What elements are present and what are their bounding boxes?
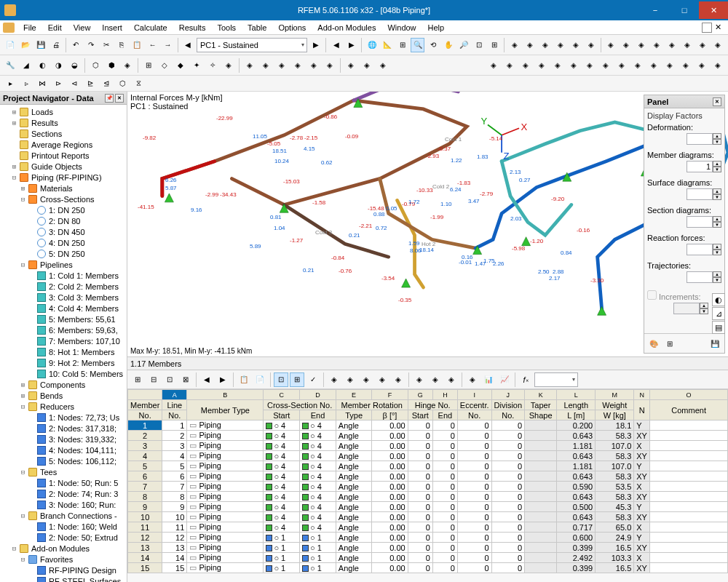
tree-node[interactable]: 3: DN 450 (1, 226, 125, 237)
factor-input[interactable] (687, 244, 713, 255)
menu-tools[interactable]: Tools (211, 22, 242, 33)
tree-node[interactable]: 1: Node: 50; Run: 5 (1, 477, 125, 488)
tb3-8[interactable]: ⬡ (115, 76, 130, 91)
menu-table[interactable]: Table (242, 22, 272, 33)
spinner-up[interactable]: ▲ (713, 271, 721, 277)
tb-b17[interactable]: ◈ (584, 38, 598, 52)
tb2-13[interactable]: ✧ (205, 58, 220, 73)
table-row[interactable]: 5 5 ▭ Piping ○ 4 ○ 4 Angle 0.00 0 0 0 0 … (128, 461, 728, 471)
tb2-6[interactable]: ⬡ (88, 58, 103, 73)
tree-node[interactable]: 4: Cold 4: Members (1, 303, 125, 314)
tb-b19[interactable]: ◈ (620, 38, 633, 52)
tb-print[interactable]: 🖨 (49, 38, 63, 52)
tb2-14[interactable]: ◈ (221, 58, 236, 73)
tt-17[interactable]: ◈ (412, 372, 427, 387)
loadcase-combo[interactable]: PC1 - Sustained (197, 38, 307, 52)
tb-b16[interactable]: ◈ (569, 38, 582, 52)
tree-node[interactable]: 10: Cold 5: Members (1, 368, 125, 379)
tb-b24[interactable]: ◈ (696, 38, 710, 52)
menu-addons[interactable]: Add-on Modules (312, 22, 381, 33)
table-row[interactable]: 2 2 ▭ Piping ○ 4 ○ 4 Angle 0.00 0 0 0 0 … (128, 431, 728, 441)
tb2-15[interactable]: ◈ (242, 58, 257, 73)
tb-cut[interactable]: ✂ (100, 38, 114, 52)
panel-btn-2[interactable]: ⊞ (662, 336, 677, 351)
spinner-up[interactable]: ▲ (713, 133, 721, 139)
menu-insert[interactable]: Insert (96, 22, 128, 33)
tree-node[interactable]: ⊟Favorites (1, 554, 125, 565)
tt-4[interactable]: ⊠ (178, 372, 193, 387)
tb3-5[interactable]: ⊲ (67, 76, 82, 91)
factor-input[interactable] (687, 271, 713, 283)
spinner-down[interactable]: ▼ (713, 194, 721, 200)
spinner-up[interactable]: ▲ (713, 188, 721, 194)
tree-node[interactable]: 1: Node: 160; Weld (1, 521, 125, 532)
tb2-r7[interactable]: ◈ (582, 58, 597, 73)
tb-b25[interactable]: ◈ (711, 38, 725, 52)
tt-21[interactable]: 📊 (481, 372, 496, 387)
tt-3[interactable]: ⊡ (162, 372, 177, 387)
factor-input[interactable] (687, 133, 713, 145)
tree-node[interactable]: RF-STEEL Surfaces - G (1, 575, 125, 582)
tb2-20[interactable]: ◈ (323, 58, 337, 73)
tree-node[interactable]: ⊟Piping (RF-PIPING) (1, 172, 125, 183)
tb2-r4[interactable]: ◈ (534, 58, 549, 73)
table-row[interactable]: 4 4 ▭ Piping ○ 4 ○ 4 Angle 0.00 0 0 0 0 … (128, 451, 728, 461)
tree-node[interactable]: 2: Node: 74; Run: 3 (1, 488, 125, 499)
tt-formula-combo[interactable] (534, 372, 578, 387)
spinner-down[interactable]: ▼ (713, 139, 721, 145)
tb3-1[interactable]: ▸ (3, 76, 17, 91)
panel-btn-3[interactable]: 💾 (708, 336, 722, 351)
tb-arrow-r[interactable]: → (161, 38, 175, 52)
tb2-1[interactable]: 🔧 (3, 58, 17, 73)
tt-18[interactable]: ◈ (428, 372, 443, 387)
viewport[interactable]: Internal Forces M-y [kNm] PC1 : Sustaine… (127, 92, 728, 357)
tree-node[interactable]: 2: Nodes: 317,318; (1, 423, 125, 434)
spinner-up[interactable]: ▲ (713, 161, 721, 167)
tb2-22[interactable]: ◈ (360, 58, 374, 73)
tb-b13[interactable]: ◈ (523, 38, 537, 52)
table-row[interactable]: 14 14 ▭ Piping ○ 1 ○ 1 Angle 0.00 0 0 0 … (128, 553, 728, 563)
spinner-down[interactable]: ▼ (713, 222, 721, 228)
tb-b23[interactable]: ◈ (681, 38, 695, 52)
spinner-down[interactable]: ▼ (713, 167, 721, 172)
tb-b21[interactable]: ◈ (650, 38, 664, 52)
tree-node[interactable]: Sections (1, 128, 125, 139)
tb2-r6[interactable]: ◈ (566, 58, 581, 73)
tree-node[interactable]: ⊟Tees (1, 466, 125, 477)
tb2-r5[interactable]: ◈ (550, 58, 565, 73)
tb-b1[interactable]: ◀ (329, 38, 343, 52)
tree-node[interactable]: 3: Node: 160; Run: (1, 499, 125, 510)
tt-9[interactable]: ⊡ (274, 372, 288, 387)
tb-b20[interactable]: ◈ (635, 38, 649, 52)
tb2-r9[interactable]: ◈ (614, 58, 629, 73)
factor-input[interactable] (687, 161, 713, 172)
table-row[interactable]: 7 7 ▭ Piping ○ 4 ○ 4 Angle 0.00 0 0 0 0 … (128, 482, 728, 492)
tb-b18[interactable]: ◈ (604, 38, 618, 52)
menu-file[interactable]: File (17, 22, 42, 33)
tree-node[interactable]: ⊟Add-on Modules (1, 543, 125, 554)
tt-1[interactable]: ⊞ (130, 372, 145, 387)
tb-b5[interactable]: ⊞ (395, 38, 409, 52)
menu-view[interactable]: View (68, 22, 97, 33)
tt-22[interactable]: 📈 (497, 372, 512, 387)
tb2-r10[interactable]: ◈ (630, 58, 645, 73)
spinner-up[interactable]: ▲ (713, 216, 721, 222)
tb2-19[interactable]: ◈ (306, 58, 321, 73)
tb-save[interactable]: 💾 (33, 38, 47, 52)
tree-node[interactable]: ⊞Results (1, 117, 125, 128)
tb-paste[interactable]: 📋 (130, 38, 144, 52)
table-row[interactable]: 8 8 ▭ Piping ○ 4 ○ 4 Angle 0.00 0 0 0 0 … (128, 492, 728, 502)
tree-node[interactable]: 5: DN 250 (1, 248, 125, 259)
tb-undo[interactable]: ↶ (69, 38, 83, 52)
tb2-r15[interactable]: ◈ (711, 58, 725, 73)
table-row[interactable]: 9 9 ▭ Piping ○ 4 ○ 4 Angle 0.00 0 0 0 0 … (128, 502, 728, 512)
minimize-button[interactable]: − (641, 1, 670, 19)
tb2-r14[interactable]: ◈ (695, 58, 709, 73)
tree-node[interactable]: ⊞Materials (1, 183, 125, 194)
tree-node[interactable]: 3: Cold 3: Members (1, 292, 125, 303)
tb2-18[interactable]: ◈ (290, 58, 305, 73)
tb2-10[interactable]: ◇ (157, 58, 172, 73)
tb2-5[interactable]: ◒ (67, 58, 82, 73)
tree-node[interactable]: RF-PIPING Design (1, 565, 125, 575)
window-close-icon[interactable]: ✕ (715, 23, 725, 33)
